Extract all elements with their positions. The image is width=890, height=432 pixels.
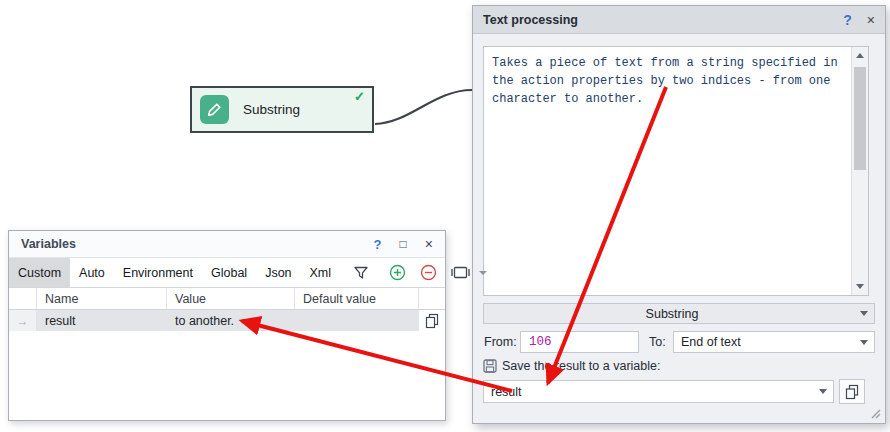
- description-text: Takes a piece of text from a string spec…: [484, 47, 851, 295]
- tab-xml[interactable]: Xml: [301, 258, 341, 287]
- node-label: Substring: [243, 102, 300, 117]
- description-textarea[interactable]: Takes a piece of text from a string spec…: [483, 46, 869, 296]
- filter-button[interactable]: [346, 258, 376, 287]
- remove-variable-button[interactable]: [413, 258, 444, 287]
- scrollbar[interactable]: [851, 47, 868, 295]
- row-indicator: →: [9, 310, 37, 331]
- pencil-icon: [200, 95, 229, 124]
- save-icon: [483, 359, 497, 373]
- indicator-column-header: [9, 288, 37, 309]
- filter-icon: [353, 265, 369, 281]
- save-variable-label: Save the result to a variable:: [502, 359, 660, 373]
- to-label: To:: [649, 335, 666, 349]
- from-label: From:: [484, 335, 517, 349]
- minus-circle-icon: [420, 264, 437, 281]
- scrollbar-thumb[interactable]: [854, 67, 866, 170]
- column-header-value[interactable]: Value: [167, 288, 295, 309]
- canvas: Substring ✓ Text processing ? × Takes a …: [0, 0, 890, 432]
- column-header-name[interactable]: Name: [37, 288, 167, 309]
- column-chooser-button[interactable]: [444, 258, 477, 287]
- operation-select[interactable]: Substring: [483, 303, 875, 324]
- close-button[interactable]: ×: [867, 12, 875, 28]
- column-chooser-icon: [451, 265, 470, 280]
- variable-name-value: result: [491, 385, 522, 399]
- copy-variable-button[interactable]: [839, 379, 865, 404]
- actions-column-header: [419, 288, 445, 309]
- scroll-down-icon[interactable]: [852, 279, 868, 294]
- scroll-up-icon[interactable]: [852, 48, 868, 63]
- variable-name-combobox[interactable]: result: [483, 380, 834, 403]
- dialog-titlebar: Text processing ? ×: [473, 6, 885, 34]
- tab-json[interactable]: Json: [256, 258, 300, 287]
- copy-row-button[interactable]: [419, 310, 445, 331]
- table-row[interactable]: → result to another.: [9, 310, 445, 331]
- help-button[interactable]: ?: [843, 12, 852, 28]
- cell-value: to another.: [167, 310, 295, 331]
- dialog-title: Text processing: [483, 13, 578, 27]
- add-variable-button[interactable]: [382, 258, 413, 287]
- variables-grid-header: Name Value Default value: [9, 288, 445, 310]
- close-button[interactable]: ×: [425, 236, 433, 252]
- copy-icon: [844, 384, 860, 400]
- column-header-default[interactable]: Default value: [295, 288, 419, 309]
- to-select[interactable]: End of text: [673, 331, 875, 353]
- chevron-down-icon: [860, 311, 868, 316]
- chevron-down-icon: [819, 389, 827, 394]
- from-input[interactable]: 106: [520, 331, 639, 353]
- operation-value: Substring: [484, 307, 860, 321]
- variables-tabbar: Custom Auto Environment Global Json Xml: [9, 258, 445, 288]
- chevron-down-icon: [860, 340, 868, 345]
- toolbar-overflow-button[interactable]: [477, 258, 495, 287]
- tab-auto[interactable]: Auto: [70, 258, 114, 287]
- tab-custom[interactable]: Custom: [9, 258, 70, 287]
- help-button[interactable]: ?: [374, 237, 382, 252]
- tab-environment[interactable]: Environment: [114, 258, 202, 287]
- text-processing-dialog: Text processing ? × Takes a piece of tex…: [472, 5, 886, 424]
- substring-node[interactable]: Substring ✓: [190, 86, 374, 133]
- from-value: 106: [529, 335, 552, 349]
- copy-icon: [425, 313, 440, 329]
- success-check-icon: ✓: [354, 89, 365, 104]
- cell-default-value: [295, 310, 419, 331]
- variables-window: Variables ? □ × Custom Auto Environment …: [8, 230, 446, 421]
- variables-titlebar: Variables ? □ ×: [9, 231, 445, 258]
- chevron-down-icon: [479, 271, 487, 275]
- resize-grip[interactable]: [869, 407, 881, 419]
- to-value: End of text: [681, 335, 741, 349]
- tab-global[interactable]: Global: [202, 258, 256, 287]
- cell-name: result: [37, 310, 167, 331]
- plus-circle-icon: [389, 264, 406, 281]
- variables-title: Variables: [21, 237, 76, 251]
- maximize-button[interactable]: □: [400, 237, 407, 251]
- save-variable-row: Save the result to a variable:: [483, 359, 660, 373]
